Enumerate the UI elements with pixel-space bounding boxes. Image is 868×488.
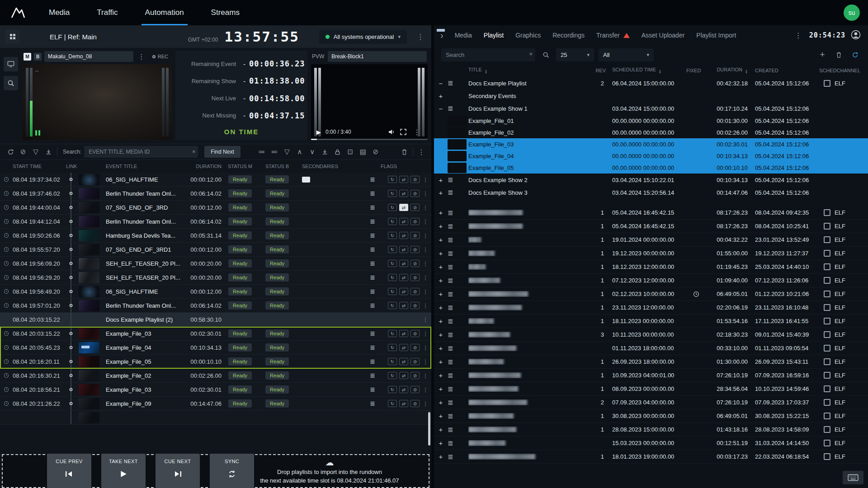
row-checkbox[interactable] [824,385,830,392]
row-checkbox[interactable] [824,399,830,406]
tab-asset-uploader[interactable]: Asset Uploader [636,25,691,45]
expand-row-icon[interactable]: + [434,263,448,271]
system-status-dropdown[interactable]: All systems operational ▾ [319,30,407,44]
rundown-row[interactable]: 08.04 20:05:45.23Example_File_0400:10:34… [0,341,431,355]
search-view-button[interactable] [4,76,18,90]
expand-row-icon[interactable]: + [434,331,448,338]
playlist-archive-row[interactable]: +≣110.09.2023 04:00:01.0007:26:10.1907.0… [434,369,868,382]
playlist-archive-row[interactable]: +≣107.12.2023 12:00:00.0001:09:40.0007.1… [434,274,868,287]
loop-flag-icon[interactable]: ↻ [388,190,397,197]
play-icon[interactable]: ▶ [316,129,321,136]
loop-flag-icon[interactable]: ↻ [388,386,397,393]
row-checkbox[interactable] [824,277,830,284]
add-playlist-button[interactable]: + [816,49,828,61]
secondary-list-icon[interactable]: ≣ [370,330,381,337]
transition-flag-icon[interactable]: ⇄ [399,386,408,393]
row-checkbox[interactable] [824,250,830,257]
sort-icon[interactable]: ▲▼ [485,70,487,74]
row-kebab-menu[interactable]: ⋮ [420,204,431,211]
row-kebab-menu[interactable]: ⋮ [420,344,431,351]
skip-flag-icon[interactable]: ⊘ [410,232,420,239]
expand-row-icon[interactable]: + [434,317,448,325]
row-checkbox[interactable] [824,304,830,311]
link-node[interactable] [66,341,76,354]
expand-row-icon[interactable]: + [434,189,448,197]
link-node[interactable] [66,201,76,214]
row-kebab-menu[interactable]: ⋮ [420,302,431,309]
transition-flag-icon[interactable]: ⇄ [399,330,408,337]
skip-flag-icon[interactable]: ⊘ [410,274,420,281]
player-kebab-menu[interactable]: ⋮ [136,52,147,61]
playlist-archive-row[interactable]: +≣01.11.2023 18:00:00.0000:33:10.0001.11… [434,342,868,355]
rundown-row[interactable]: 08.04 20:16:20.11Example_File_0500:00:10… [0,355,431,369]
playlist-media-row[interactable]: Example_File_0300.00.0000 00:00:00.0000:… [434,138,868,150]
tab-recordings[interactable]: Recordings [547,25,590,45]
playlist-media-row[interactable]: Example_File_0100.00.0000 00:00:00.0000:… [434,115,868,127]
row-kebab-menu[interactable]: ⋮ [420,260,431,267]
insert-primary-icon[interactable]: ≔ [256,146,268,158]
link-node[interactable] [66,271,76,284]
transition-flag-icon[interactable]: ⇄ [399,176,408,183]
transition-flag-icon[interactable]: ⇄ [399,302,408,309]
row-checkbox[interactable] [824,291,830,297]
row-checkbox[interactable] [824,263,830,270]
rundown-row[interactable]: 08.04 19:56:29.20SEH_ELF_TEASER_20 Pl...… [0,271,431,285]
transition-flag-icon[interactable]: ⇄ [399,372,408,379]
row-checkbox[interactable] [824,318,830,324]
user-avatar[interactable]: su [844,5,860,21]
type-filter-select[interactable]: All ▾ [599,48,654,61]
transition-flag-icon[interactable]: ⇄ [399,190,408,197]
playlist-archive-row[interactable]: +≣207.09.2023 04:00:00.0007:26:10.1907.0… [434,396,868,409]
expand-row-icon[interactable]: + [434,277,448,284]
notes-icon[interactable]: ▤ [357,146,369,158]
rundown-row[interactable]: 08.04 19:37:46.02Berlin Thunder Team Onl… [0,187,431,201]
row-checkbox[interactable] [824,223,830,230]
row-kebab-menu[interactable]: ⋮ [420,386,431,393]
tab-graphics[interactable]: Graphics [509,25,547,45]
playlist-archive-row[interactable]: +≣123.11.2023 12:00:00.0002:20:06.1923.1… [434,301,868,314]
loop-flag-icon[interactable]: ↻ [388,400,397,407]
skip-flag-icon[interactable]: ⊘ [410,218,420,225]
tab-playlist[interactable]: Playlist [478,25,509,45]
secondary-list-icon[interactable]: ≣ [370,190,381,197]
sort-icon[interactable]: ▲▼ [659,70,661,74]
secondary-list-icon[interactable]: ≣ [370,386,381,393]
insert-secondary-icon[interactable]: ≕ [269,146,280,158]
skip-flag-icon[interactable]: ⊘ [410,386,420,393]
row-kebab-menu[interactable]: ⋮ [420,232,431,239]
row-kebab-menu[interactable]: ⋮ [420,190,431,197]
rundown-row[interactable]: 08.04 19:44:00.0407_SIG_END_OF_3RD00:00:… [0,201,431,215]
link-node[interactable] [66,187,76,200]
transition-flag-icon[interactable]: ⇄ [399,288,408,295]
playlist-media-row[interactable]: Example_File_0500.00.0000 00:00:00.0000:… [434,162,868,174]
loop-flag-icon[interactable]: ↻ [388,288,397,295]
expand-row-icon[interactable]: + [434,371,448,379]
playlist-group-row[interactable]: +≣Docs Example Show 303.04.2024 15:20:56… [434,186,868,199]
link-node[interactable] [66,229,76,242]
secondary-list-icon[interactable]: ≣ [370,246,381,253]
row-kebab-menu[interactable]: ⋮ [420,176,431,183]
link-node[interactable] [66,285,76,298]
rundown-row[interactable]: 08.04 19:57:01.20Berlin Thunder Team Onl… [0,299,431,313]
export-rundown-icon[interactable] [42,146,54,158]
transition-flag-icon[interactable]: ⇄ [399,344,408,351]
expand-row-icon[interactable]: + [434,222,448,230]
row-checkbox[interactable] [824,331,830,338]
nav-item-traffic[interactable]: Traffic [83,0,131,25]
layout-grid-button[interactable] [5,29,20,44]
expand-row-icon[interactable]: + [434,92,448,100]
makalu-logo-icon[interactable] [8,5,28,20]
loop-flag-icon[interactable]: ↻ [388,302,397,309]
loop-flag-icon[interactable]: ↻ [388,372,397,379]
volume-icon[interactable] [388,128,395,136]
skip-flag-icon[interactable]: ⊘ [410,204,420,211]
playlist-archive-row[interactable]: +≣128.08.2023 15:00:00.0001:43:18.1628.0… [434,423,868,436]
skip-flag-icon[interactable]: ⊘ [410,176,420,183]
link-node[interactable] [66,299,76,312]
row-checkbox[interactable] [824,372,830,379]
export-selection-icon[interactable] [319,146,331,158]
toolbar-kebab-menu[interactable]: ⋮ [416,148,427,156]
playlist-archive-row[interactable]: +≣118.01.2023 19:00:00.0000:03:17.2322.0… [434,450,868,464]
loop-flag-icon[interactable]: ↻ [388,218,397,225]
transition-flag-icon[interactable]: ⇄ [399,358,408,365]
